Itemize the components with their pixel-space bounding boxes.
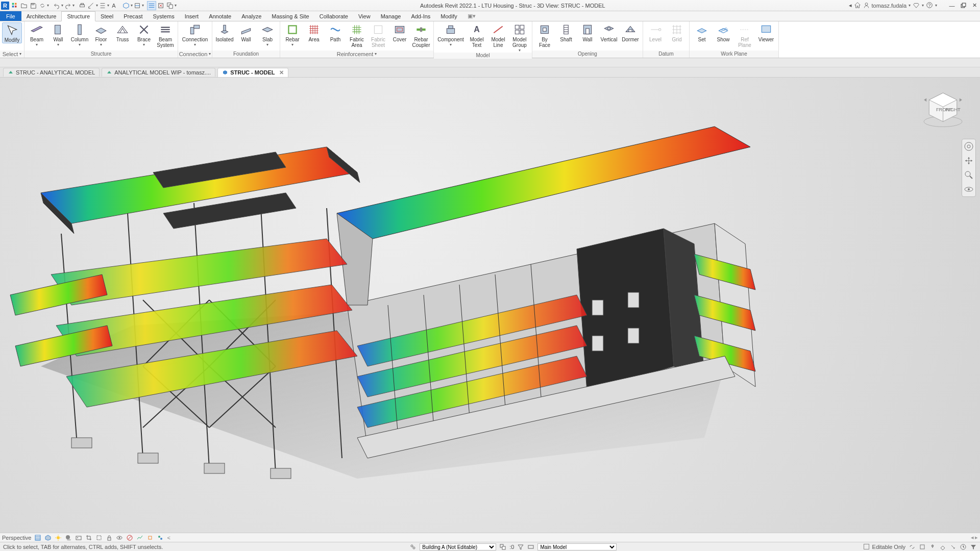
undo-icon[interactable] bbox=[52, 1, 61, 10]
zoom-icon[interactable] bbox=[964, 170, 974, 180]
pan-icon[interactable] bbox=[964, 156, 974, 166]
slab-button[interactable]: Slab▾ bbox=[257, 22, 278, 47]
reveal-icon[interactable] bbox=[126, 534, 133, 541]
workset-select[interactable]: Building A (Not Editable) bbox=[420, 543, 496, 550]
model-line-button[interactable]: Model Line bbox=[488, 22, 508, 48]
open-icon[interactable] bbox=[19, 1, 29, 10]
area-rebar-button[interactable]: Area bbox=[304, 22, 324, 42]
text-icon[interactable]: A bbox=[109, 1, 118, 10]
home-icon[interactable] bbox=[10, 1, 19, 10]
select-links-icon[interactable] bbox=[909, 543, 916, 550]
select-pinned-icon[interactable] bbox=[929, 543, 936, 550]
tab-annotate[interactable]: Annotate bbox=[204, 11, 236, 21]
foundation-wall-button[interactable]: Wall bbox=[236, 22, 256, 42]
rebar-button[interactable]: Rebar▾ bbox=[282, 22, 303, 47]
crop-icon[interactable] bbox=[85, 534, 92, 541]
model-group-button[interactable]: Model Group▾ bbox=[509, 22, 530, 53]
path-rebar-button[interactable]: Path bbox=[325, 22, 346, 42]
minimize-button[interactable]: — bbox=[947, 1, 957, 10]
orbit-icon[interactable] bbox=[964, 184, 974, 194]
shadows-icon[interactable] bbox=[65, 534, 72, 541]
vertical-opening-button[interactable]: Vertical bbox=[599, 22, 619, 42]
save-icon[interactable] bbox=[29, 1, 38, 10]
navigation-bar[interactable] bbox=[962, 139, 976, 197]
scroll-left-icon[interactable]: ◂ bbox=[971, 534, 974, 541]
search-icon[interactable] bbox=[854, 2, 861, 10]
thin-lines-icon[interactable] bbox=[147, 1, 156, 10]
help-icon[interactable]: ? bbox=[926, 2, 933, 10]
view-tab-analytical[interactable]: STRUC - ANALYTICAL MODEL bbox=[3, 68, 100, 77]
close-inactive-icon[interactable] bbox=[156, 1, 165, 10]
beam-button[interactable]: Beam▾ bbox=[27, 22, 47, 47]
drag-elements-icon[interactable] bbox=[949, 543, 957, 550]
show-workplane-button[interactable]: Show bbox=[713, 22, 733, 42]
fabric-area-button[interactable]: Fabric Area bbox=[347, 22, 367, 48]
analytical-icon[interactable] bbox=[136, 534, 143, 541]
favorites-icon[interactable] bbox=[913, 2, 920, 10]
phase-select[interactable]: Main Model bbox=[537, 543, 617, 550]
crop-visible-icon[interactable] bbox=[95, 534, 103, 541]
constraints-icon[interactable] bbox=[146, 534, 154, 541]
switch-windows-icon[interactable] bbox=[165, 1, 175, 10]
viewer-button[interactable]: Viewer bbox=[756, 22, 776, 42]
shaft-button[interactable]: Shaft bbox=[556, 22, 576, 42]
wall-button[interactable]: Wall▾ bbox=[48, 22, 68, 47]
tab-collaborate[interactable]: Collaborate bbox=[314, 11, 353, 21]
sync-icon[interactable] bbox=[38, 1, 47, 10]
tab-massing[interactable]: Massing & Site bbox=[266, 11, 314, 21]
tab-architecture[interactable]: Architecture bbox=[21, 11, 62, 21]
set-workplane-button[interactable]: Set bbox=[692, 22, 712, 42]
view-tab-model[interactable]: STRUC - MODEL✕ bbox=[217, 68, 288, 77]
file-tab[interactable]: File bbox=[0, 11, 21, 21]
lock-3d-icon[interactable] bbox=[106, 534, 113, 541]
app-logo[interactable]: R bbox=[1, 2, 9, 10]
isolated-button[interactable]: Isolated bbox=[214, 22, 235, 42]
select-face-icon[interactable] bbox=[939, 543, 946, 550]
floor-button[interactable]: Floor▾ bbox=[91, 22, 111, 47]
wall-opening-button[interactable]: Wall bbox=[577, 22, 598, 42]
beam-system-button[interactable]: Beam System bbox=[155, 22, 176, 48]
view-cube[interactable]: FRONT RIGHT bbox=[921, 88, 965, 131]
close-icon[interactable]: ✕ bbox=[279, 69, 284, 76]
sun-path-icon[interactable] bbox=[55, 534, 62, 541]
editable-only-checkbox[interactable] bbox=[864, 544, 869, 549]
tab-manage[interactable]: Manage bbox=[376, 11, 406, 21]
tab-precast[interactable]: Precast bbox=[118, 11, 148, 21]
cover-button[interactable]: Cover bbox=[389, 22, 410, 42]
redo-icon[interactable] bbox=[63, 1, 72, 10]
print-icon[interactable] bbox=[78, 1, 87, 10]
detail-level-icon[interactable] bbox=[34, 534, 41, 541]
model-text-button[interactable]: AModel Text bbox=[467, 22, 487, 48]
by-face-button[interactable]: By Face bbox=[534, 22, 555, 48]
modify-button[interactable]: Modify bbox=[2, 22, 22, 43]
scroll-right-icon[interactable]: ▸ bbox=[975, 534, 978, 541]
worksets-icon[interactable] bbox=[409, 543, 416, 550]
infocenter-icon[interactable]: ◂ bbox=[849, 2, 852, 9]
component-button[interactable]: Component▾ bbox=[436, 22, 465, 47]
tab-systems[interactable]: Systems bbox=[148, 11, 179, 21]
tab-structure[interactable]: Structure bbox=[61, 11, 95, 21]
visual-style-icon[interactable] bbox=[44, 534, 52, 541]
filter-icon[interactable] bbox=[517, 543, 524, 550]
column-button[interactable]: Column▾ bbox=[69, 22, 90, 47]
section-icon[interactable] bbox=[133, 1, 142, 10]
scale-indicator[interactable]: Perspective bbox=[2, 535, 31, 541]
tab-modify[interactable]: Modify bbox=[435, 11, 462, 21]
phase-icon[interactable] bbox=[527, 543, 534, 550]
selection-count-icon[interactable] bbox=[499, 543, 506, 550]
connection-button[interactable]: Connection▾ bbox=[180, 22, 210, 47]
select-underlay-icon[interactable] bbox=[919, 543, 926, 550]
brace-button[interactable]: Brace▾ bbox=[134, 22, 154, 47]
rebar-coupler-button[interactable]: Rebar Coupler bbox=[411, 22, 431, 48]
tab-steel[interactable]: Steel bbox=[95, 11, 118, 21]
ribbon-options-icon[interactable]: ▣▾ bbox=[468, 13, 476, 19]
full-nav-wheel-icon[interactable] bbox=[964, 141, 974, 152]
tab-insert[interactable]: Insert bbox=[180, 11, 204, 21]
temp-hide-icon[interactable] bbox=[116, 534, 123, 541]
rendering-icon[interactable] bbox=[75, 534, 82, 541]
view-tab-wip[interactable]: ANALYTICAL MODEL WIP - tomasz.... bbox=[102, 68, 215, 77]
tab-addins[interactable]: Add-Ins bbox=[406, 11, 435, 21]
worksharing-display-icon[interactable] bbox=[157, 534, 164, 541]
3d-icon[interactable] bbox=[121, 1, 131, 10]
viewport-3d[interactable]: FRONT RIGHT bbox=[0, 78, 980, 533]
